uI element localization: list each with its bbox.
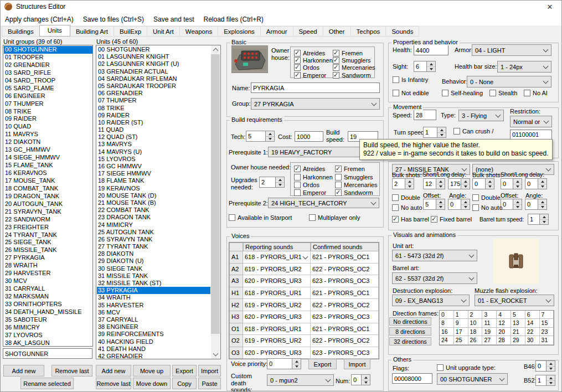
voice-row-key[interactable]: A3 [229, 275, 243, 287]
double-checkbox-1[interactable]: Double [392, 194, 420, 201]
spin-down-icon[interactable] [546, 367, 555, 372]
scrollbar-thumb[interactable] [211, 54, 220, 334]
unit-item[interactable]: 22 COMBAT TANK [97, 207, 210, 214]
unit-item[interactable]: 28 DIAKOTN [97, 250, 210, 257]
direction-frame-cell[interactable]: 21 [511, 328, 525, 336]
can-crush-checkbox[interactable]: Can crush / [453, 128, 493, 135]
unit-group-item[interactable]: 38 AK_LASGUN [4, 339, 92, 347]
stealth-checkbox[interactable]: Stealth [489, 90, 517, 96]
spin-down-icon[interactable] [276, 183, 284, 188]
unit-item[interactable]: 12 QUAD (ST) [97, 133, 210, 141]
unit-group-item[interactable]: 30 MCV [4, 277, 92, 285]
is-infantry-checkbox[interactable]: Is Infantry [393, 76, 428, 83]
self-healing-checkbox[interactable]: Self-healing [442, 90, 483, 96]
spin-up-icon[interactable] [540, 214, 548, 220]
unit-item[interactable]: 05 SARDAUKAR TROOPER [97, 82, 210, 90]
unit-item[interactable]: 29 DIAKOTN (U) [97, 257, 210, 265]
angle-stepper-2[interactable]: 0 [525, 199, 547, 210]
has-barrel-checkbox[interactable]: Has barrel [392, 216, 429, 223]
unit-item[interactable]: 07 THUMPER [97, 97, 210, 104]
unit-group-item[interactable]: 26 MISSILE_TANK [4, 246, 92, 254]
direction-frame-cell[interactable]: 22 [525, 328, 540, 336]
unit-item[interactable]: 35 HARVESTER [97, 302, 210, 309]
direction-frame-cell[interactable]: 6 [525, 311, 540, 319]
restriction-bits-input[interactable] [510, 130, 552, 140]
unit-group-item[interactable]: 10 QUAD [4, 123, 92, 131]
spin-down-icon[interactable] [546, 381, 555, 386]
voice-row-key[interactable]: H1 [229, 287, 243, 300]
speed-input[interactable] [414, 110, 436, 120]
direction-frame-cell[interactable]: 2 [468, 311, 483, 319]
long-delay-stepper-2[interactable]: 0 [525, 178, 547, 189]
unit-item[interactable]: 10 RAIDER (ST) [97, 119, 210, 126]
unit-group-item[interactable]: 37 LYOVROS [4, 332, 92, 339]
unit-item[interactable]: 06 GRENADIER [97, 90, 210, 97]
unit-group-item[interactable]: 18 COMBAT_TANK [4, 185, 92, 193]
voices-export-button[interactable]: Export [308, 359, 337, 369]
unit-upgrade-type-checkbox[interactable]: Unit upgrade type: [437, 364, 496, 371]
voice-priority-stepper[interactable]: 0 [267, 358, 301, 369]
unit-item[interactable]: 16 GC HMMWV [97, 163, 210, 170]
direction-frame-cell[interactable]: 29 [511, 336, 525, 344]
tab[interactable]: Other [323, 26, 351, 37]
unit-item[interactable]: 04 SARDAUKAR RIFLEMAN [97, 75, 210, 82]
unit-item[interactable]: 27 TYRANT TANK [97, 243, 210, 250]
unit-group-item[interactable]: 27 PYRKAGIA [4, 254, 92, 262]
units-list-button[interactable]: Copy [172, 378, 197, 389]
menu-item[interactable]: Save to files (Ctrl+S) [83, 16, 144, 23]
unit-group-item[interactable]: 08 TRIKE [4, 108, 92, 116]
unit-item[interactable]: 31 MISSILE TANK [97, 272, 210, 280]
direction-frame-cell[interactable]: 18 [468, 328, 483, 336]
scroll-up-icon[interactable] [211, 45, 220, 54]
confirmed-sound-cell[interactable]: 622 - PYRORS_OC2 [311, 264, 379, 276]
direction-frame-cell[interactable]: 9 [454, 319, 468, 327]
short-delay-stepper-2[interactable]: 0 [501, 178, 522, 189]
spin-up-icon[interactable] [538, 179, 546, 184]
direction-frame-cell[interactable]: 1 [454, 311, 468, 319]
confirmed-sound-cell[interactable]: 623 - PYRORS_OC3 [311, 347, 379, 359]
direction-frame-cell[interactable]: 24 [440, 336, 454, 344]
voice-row-key[interactable]: H2 [229, 299, 243, 311]
spin-down-icon[interactable] [437, 133, 446, 138]
house-needed-sandworm[interactable]: Sandworm [335, 189, 379, 197]
voices-header-cell[interactable] [229, 243, 243, 251]
flags-input[interactable] [392, 373, 432, 384]
tab[interactable]: Speed [293, 26, 323, 37]
spin-up-icon[interactable] [266, 131, 274, 137]
unit-group-item[interactable]: 19 DRAGON_TANK [4, 193, 92, 200]
voice-row-key[interactable]: O2 [229, 335, 243, 347]
prerequisite2-dropdown[interactable]: 24 HIGH_TECH_FACTORY [268, 198, 379, 208]
unit-item[interactable]: 09 RAIDER [97, 112, 210, 119]
no-auto-checkbox-1[interactable]: No auto [392, 204, 422, 211]
cost-input[interactable] [295, 131, 323, 142]
house-needed-smugglers[interactable]: Smugglers [335, 173, 379, 180]
custom-death-sounds-dropdown[interactable]: 0 - mgun2 [267, 374, 334, 386]
house-mercenaries[interactable]: Mercenaries [333, 64, 375, 71]
muzzle-flash-dropdown[interactable]: 01 - EX_ROCKET [475, 295, 554, 306]
confirmed-sound-cell[interactable]: 623 - PYRORS_OC3 [311, 275, 379, 287]
unit-item[interactable]: 21 MOUSE TANK (B) [97, 199, 210, 207]
unit-group-item[interactable]: 35 SABOTEUR [4, 316, 92, 324]
upgrades-stepper[interactable]: 2 [259, 177, 285, 188]
double-checkbox-2[interactable]: Double [472, 194, 501, 201]
unit-group-item[interactable]: 00 SHOTGUNNER [4, 46, 92, 54]
spin-up-icon[interactable] [513, 199, 522, 205]
unit-item[interactable]: 33 PYRKAGIA [97, 287, 210, 294]
house-needed-mercenaries[interactable]: Mercenaries [335, 181, 379, 189]
unit-group-item[interactable]: 03 SARD_RIFLE [4, 69, 92, 77]
unit-group-item[interactable]: 06 ENGINEER [4, 92, 92, 100]
tab[interactable]: Sounds [385, 26, 419, 37]
unit-item[interactable]: 20 MOUSE TANK (D) [97, 192, 210, 199]
house-sandworm[interactable]: Sandworm [333, 71, 375, 79]
direction-frame-cell[interactable]: 12 [497, 319, 511, 327]
units-list-button[interactable]: Move down [133, 378, 171, 389]
spin-down-icon[interactable] [427, 67, 435, 72]
available-in-starport-checkbox[interactable]: Available in Starport [229, 214, 292, 221]
bulk-shots-stepper-2[interactable]: 0 [472, 178, 494, 189]
house-atreides[interactable]: Atreides [294, 49, 333, 56]
spin-down-icon[interactable] [461, 184, 470, 189]
unit-item[interactable]: 00 SHOTGUNNER [97, 46, 210, 53]
bulk-shots-stepper-1[interactable]: 2 [392, 178, 414, 189]
no-auto-checkbox-2[interactable]: No auto [472, 204, 503, 211]
units-list-button[interactable]: Paste [198, 378, 221, 389]
